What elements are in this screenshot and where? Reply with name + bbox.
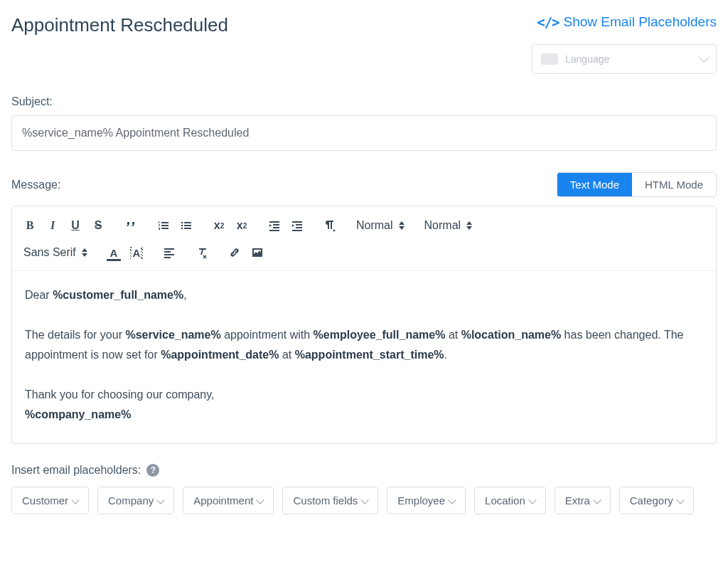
link-button[interactable] xyxy=(228,246,241,259)
clear-format-button[interactable] xyxy=(196,246,208,259)
ordered-list-button[interactable] xyxy=(157,219,170,232)
strikethrough-button[interactable]: S xyxy=(92,219,105,232)
insert-placeholders-label: Insert email placeholders: xyxy=(11,464,141,477)
body-text: , xyxy=(183,289,186,301)
placeholder-dropdown-custom-fields[interactable]: Custom fields xyxy=(282,487,378,514)
placeholder-dropdown-label: Extra xyxy=(565,494,590,507)
text-mode-button[interactable]: Text Mode xyxy=(557,173,632,196)
body-text: Thank you for choosing our company, xyxy=(25,385,703,405)
placeholder-token: %customer_full_name% xyxy=(53,289,183,301)
text-direction-button[interactable] xyxy=(323,219,336,232)
placeholder-token: %appointment_date% xyxy=(161,349,279,361)
chevron-down-icon xyxy=(528,496,536,504)
heading-select[interactable]: Normal xyxy=(424,213,493,238)
placeholder-token: %appointment_start_time% xyxy=(295,349,444,361)
chevron-down-icon xyxy=(699,53,709,63)
placeholder-dropdown-category[interactable]: Category xyxy=(619,487,694,514)
superscript-button[interactable]: x2 xyxy=(235,219,248,232)
svg-point-0 xyxy=(181,222,183,224)
placeholder-dropdown-label: Employee xyxy=(397,494,445,507)
highlight-color-button[interactable]: A xyxy=(130,247,143,259)
chevron-down-icon xyxy=(71,496,79,504)
chevron-down-icon xyxy=(257,496,264,504)
message-label: Message: xyxy=(11,179,60,191)
chevron-down-icon xyxy=(593,496,601,504)
body-text: at xyxy=(279,349,294,361)
svg-point-2 xyxy=(181,228,183,230)
editor-mode-toggle: Text Mode HTML Mode xyxy=(557,172,717,197)
body-text: . xyxy=(444,349,447,361)
bold-button[interactable]: B xyxy=(23,219,36,232)
placeholder-token: %company_name% xyxy=(25,408,131,420)
body-text: Dear xyxy=(25,289,53,301)
placeholder-dropdown-employee[interactable]: Employee xyxy=(387,487,466,514)
placeholder-dropdown-extra[interactable]: Extra xyxy=(555,487,611,514)
page-title: Appointment Rescheduled xyxy=(11,14,228,36)
show-email-placeholders-label: Show Email Placeholders xyxy=(564,14,717,30)
heading-value: Normal xyxy=(424,219,461,232)
subject-input[interactable] xyxy=(11,115,717,151)
message-editor: B I U S x2 x2 Normal Normal xyxy=(11,206,717,444)
chevron-down-icon xyxy=(448,496,456,504)
unordered-list-button[interactable] xyxy=(180,219,193,232)
placeholder-dropdown-label: Category xyxy=(630,494,673,507)
placeholder-token: %employee_full_name% xyxy=(314,329,446,341)
image-button[interactable] xyxy=(251,246,264,259)
language-select[interactable]: Language xyxy=(532,44,717,74)
language-placeholder: Language xyxy=(565,53,609,65)
chevron-down-icon xyxy=(157,496,165,504)
placeholder-dropdown-label: Custom fields xyxy=(293,494,358,507)
updown-icon xyxy=(399,221,405,230)
font-size-select[interactable]: Normal xyxy=(356,213,424,238)
text-color-button[interactable]: A xyxy=(107,247,120,259)
chevron-down-icon xyxy=(361,496,369,504)
font-family-value: Sans Serif xyxy=(23,246,76,259)
flag-icon xyxy=(541,53,558,65)
help-icon[interactable]: ? xyxy=(146,464,159,477)
font-family-select[interactable]: Sans Serif xyxy=(23,240,107,265)
placeholder-dropdown-location[interactable]: Location xyxy=(474,487,546,514)
message-body[interactable]: Dear %customer_full_name%, The details f… xyxy=(12,271,716,443)
code-icon: </> xyxy=(537,14,559,30)
underline-button[interactable]: U xyxy=(69,219,82,232)
body-text: The details for your xyxy=(25,329,125,341)
html-mode-button[interactable]: HTML Mode xyxy=(632,173,716,196)
body-text: appointment with xyxy=(221,329,314,341)
placeholder-button-row: Customer Company Appointment Custom fiel… xyxy=(11,487,717,514)
placeholder-dropdown-label: Company xyxy=(108,494,154,507)
placeholder-token: %service_name% xyxy=(125,329,220,341)
placeholder-dropdown-label: Location xyxy=(485,494,525,507)
svg-point-1 xyxy=(181,225,183,227)
placeholder-dropdown-company[interactable]: Company xyxy=(97,487,174,514)
placeholder-dropdown-label: Appointment xyxy=(193,494,253,507)
body-text: at xyxy=(445,329,461,341)
updown-icon xyxy=(82,248,87,257)
font-size-value: Normal xyxy=(356,219,393,232)
outdent-button[interactable] xyxy=(268,219,281,232)
placeholder-dropdown-customer[interactable]: Customer xyxy=(11,487,89,514)
subject-label: Subject: xyxy=(11,95,717,108)
editor-toolbar: B I U S x2 x2 Normal Normal xyxy=(12,206,716,271)
italic-button[interactable]: I xyxy=(46,219,59,232)
show-email-placeholders-link[interactable]: </> Show Email Placeholders xyxy=(537,14,717,30)
placeholder-token: %location_name% xyxy=(461,329,561,341)
subscript-button[interactable]: x2 xyxy=(213,219,225,232)
chevron-down-icon xyxy=(676,496,684,504)
align-button[interactable] xyxy=(163,246,176,259)
placeholder-dropdown-appointment[interactable]: Appointment xyxy=(183,487,274,514)
blockquote-button[interactable] xyxy=(124,219,137,232)
placeholder-dropdown-label: Customer xyxy=(22,494,68,507)
indent-button[interactable] xyxy=(291,219,304,232)
updown-icon xyxy=(466,221,472,230)
